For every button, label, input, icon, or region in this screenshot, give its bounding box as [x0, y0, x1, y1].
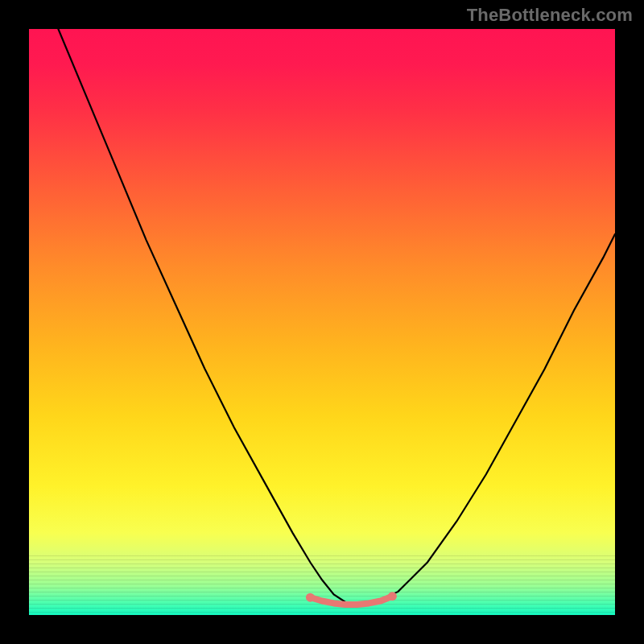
plot-area	[29, 29, 615, 615]
sweet-spot-end-dot	[388, 592, 397, 601]
bottleneck-curve	[58, 29, 615, 605]
sweet-spot-end-dot	[306, 593, 315, 602]
watermark-text: TheBottleneck.com	[467, 5, 633, 26]
curve-layer	[29, 29, 615, 615]
sweet-spot-marker	[310, 597, 392, 605]
chart-frame: TheBottleneck.com	[0, 0, 644, 644]
